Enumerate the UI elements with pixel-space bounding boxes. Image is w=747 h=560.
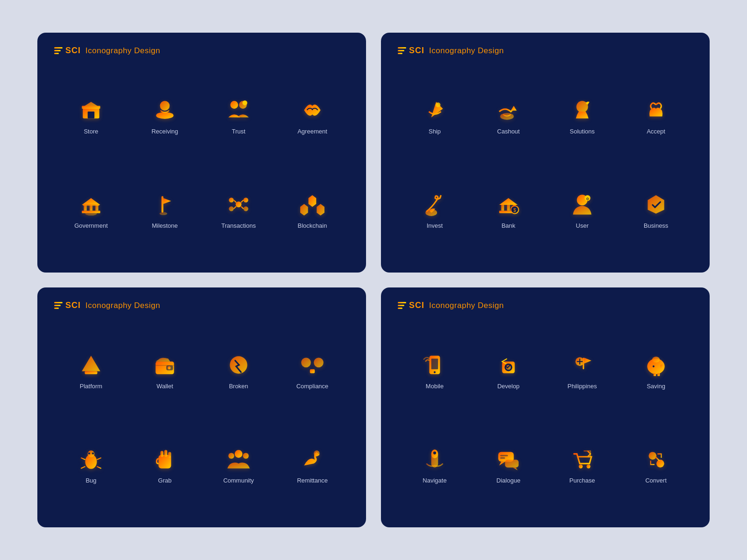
sci-logo: SCI — [398, 301, 424, 310]
svg-point-50 — [314, 357, 324, 367]
broken-icon — [226, 352, 252, 378]
svg-point-5 — [230, 101, 238, 109]
icon-item-agreement: Agreement — [275, 69, 349, 163]
icon-label-develop: Develop — [497, 383, 520, 390]
icons-grid: Platform Wallet Broken Compliance Bug — [54, 323, 349, 512]
svg-rect-14 — [162, 196, 163, 213]
svg-point-16 — [236, 202, 241, 207]
icon-item-dialogue: Dialogue — [472, 418, 545, 513]
icon-item-store: Store — [54, 69, 128, 163]
svg-point-79 — [652, 357, 660, 362]
icon-item-milestone: Milestone — [128, 163, 202, 258]
svg-point-3 — [156, 112, 173, 119]
icon-item-business: Business — [619, 163, 693, 258]
sci-lines-icon — [398, 302, 406, 309]
svg-line-21 — [234, 200, 236, 203]
icon-label-platform: Platform — [80, 383, 102, 390]
icon-item-user: ⚙ User — [545, 163, 619, 258]
develop-icon — [495, 352, 521, 378]
platform-icon — [78, 352, 104, 378]
svg-point-7 — [242, 100, 247, 105]
icon-label-user: User — [576, 222, 588, 229]
svg-line-23 — [234, 206, 236, 209]
cashout-icon — [495, 97, 521, 123]
blockchain-icon — [299, 191, 325, 217]
icons-grid: Store Receiving Trust Agreement Governme… — [54, 69, 349, 258]
agreement-icon — [299, 97, 325, 123]
svg-point-46 — [168, 366, 170, 369]
icon-label-cashout: Cashout — [497, 128, 520, 135]
icon-label-store: Store — [84, 128, 98, 135]
icon-item-transactions: Transactions — [202, 163, 275, 258]
svg-point-60 — [88, 453, 90, 455]
svg-rect-89 — [500, 455, 508, 456]
svg-rect-77 — [583, 357, 584, 369]
svg-point-4 — [160, 101, 170, 111]
invest-icon — [422, 191, 448, 217]
accept-icon — [643, 97, 669, 123]
icon-item-accept: Accept — [619, 69, 693, 163]
icon-label-remittance: Remittance — [297, 477, 328, 484]
compliance-icon — [299, 352, 325, 378]
svg-rect-88 — [505, 460, 519, 468]
community-icon — [226, 446, 252, 472]
svg-point-15 — [160, 212, 168, 215]
svg-point-28 — [436, 102, 440, 107]
sci-lines-icon — [54, 302, 63, 309]
icon-item-wallet: Wallet — [128, 323, 202, 418]
icon-label-dialogue: Dialogue — [496, 477, 520, 484]
icon-item-broken: Broken — [202, 323, 275, 418]
icon-label-milestone: Milestone — [152, 222, 178, 229]
grab-icon — [152, 446, 178, 472]
icon-label-bank: Bank — [501, 222, 515, 229]
icon-item-philippines: Philippines — [545, 323, 619, 418]
icon-item-bank: $ Bank — [472, 163, 545, 258]
icon-label-accept: Accept — [647, 128, 665, 135]
svg-point-81 — [653, 365, 655, 367]
icon-item-platform: Platform — [54, 323, 128, 418]
icons-grid: Mobile Develop Philippines Saving Naviga… — [398, 323, 693, 512]
saving-icon — [643, 352, 669, 378]
svg-rect-34 — [501, 205, 504, 210]
card-header: SCIIconography Design — [398, 301, 693, 310]
card-header: SCIIconography Design — [54, 46, 349, 56]
icon-item-saving: Saving — [619, 323, 693, 418]
icon-item-ship: Ship — [398, 69, 472, 163]
icon-item-convert: Convert — [619, 418, 693, 513]
svg-rect-2 — [82, 105, 100, 108]
svg-point-13 — [85, 212, 97, 216]
icon-label-saving: Saving — [647, 383, 665, 390]
icon-item-invest: Invest — [398, 163, 472, 258]
icon-label-government: Government — [74, 222, 108, 229]
icon-item-community: Community — [202, 418, 275, 513]
sci-logo: SCI — [54, 46, 81, 56]
icon-label-convert: Convert — [645, 477, 667, 484]
svg-point-49 — [301, 357, 311, 367]
svg-rect-64 — [164, 450, 167, 457]
mobile-icon — [422, 352, 448, 378]
card-2: SCIIconography Design Ship Cashout Solut… — [381, 33, 710, 273]
business-icon — [643, 191, 669, 217]
svg-rect-65 — [168, 452, 171, 458]
svg-point-94 — [656, 460, 664, 468]
svg-point-68 — [243, 453, 248, 459]
icon-label-invest: Invest — [427, 222, 443, 229]
svg-rect-90 — [500, 457, 505, 459]
icon-label-transactions: Transactions — [221, 222, 256, 229]
purchase-icon — [569, 446, 595, 472]
sci-brand-text: SCI — [65, 301, 81, 310]
svg-line-55 — [97, 458, 101, 460]
icon-label-navigate: Navigate — [423, 477, 446, 484]
icon-label-bug: Bug — [85, 477, 96, 484]
svg-point-18 — [243, 198, 248, 203]
card-title-text: Iconography Design — [85, 301, 160, 310]
card-header: SCIIconography Design — [54, 301, 349, 310]
svg-marker-29 — [511, 105, 516, 110]
icon-item-navigate: Navigate — [398, 418, 472, 513]
icon-item-remittance: Remittance — [275, 418, 349, 513]
solutions-icon — [569, 97, 595, 123]
icon-label-trust: Trust — [232, 128, 245, 135]
icon-label-agreement: Agreement — [297, 128, 327, 135]
svg-point-61 — [92, 453, 94, 455]
svg-marker-27 — [317, 204, 324, 216]
